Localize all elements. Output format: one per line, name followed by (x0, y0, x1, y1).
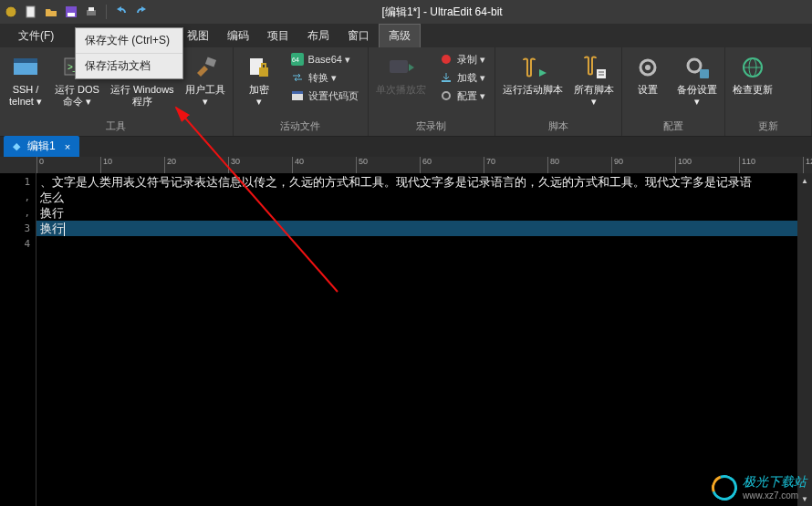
ribbon-group-update: 检查更新 更新 (725, 47, 812, 136)
ruler: 0102030405060708090100110120 (0, 157, 812, 173)
run-active-script-button[interactable]: 运行活动脚本 (497, 49, 568, 96)
new-file-icon[interactable] (24, 5, 38, 19)
b64-icon: 64 (290, 52, 305, 67)
svg-rect-26 (597, 69, 606, 78)
macroplay-icon (386, 53, 415, 82)
modified-indicator-icon: ◆ (13, 140, 20, 152)
app-logo-icon (4, 5, 18, 19)
svg-marker-21 (409, 64, 414, 71)
backup-icon (682, 53, 712, 82)
ruler-tick: 120 (803, 157, 812, 173)
ruler-tick: 50 (356, 157, 368, 173)
svg-rect-3 (68, 13, 75, 16)
load-icon (439, 70, 453, 85)
svg-point-30 (645, 65, 651, 70)
config-macro-button[interactable]: 配置 ▾ (437, 88, 487, 104)
line-number: 3 (0, 221, 30, 236)
ruler-tick: 70 (484, 157, 495, 173)
svg-rect-5 (88, 7, 94, 11)
svg-rect-23 (442, 80, 451, 82)
record-icon (439, 52, 453, 67)
save-dropdown: 保存文件 (Ctrl+S) 保存活动文档 (75, 27, 183, 79)
svg-rect-7 (14, 58, 37, 63)
menu-layout[interactable]: 布局 (298, 25, 338, 47)
convert-button[interactable]: 转换 ▾ (288, 69, 360, 86)
print-icon[interactable] (84, 5, 99, 19)
undo-icon[interactable] (114, 5, 129, 19)
qat-separator (106, 5, 107, 19)
svg-rect-1 (26, 6, 35, 17)
play-macro-once-button[interactable]: 单次播放宏 (370, 49, 432, 96)
svg-rect-20 (390, 60, 408, 73)
save-file-icon[interactable] (64, 5, 78, 19)
line-number-gutter: 1,,34 (0, 173, 36, 506)
text-line[interactable]: 怎么 (36, 190, 797, 205)
document-tab[interactable]: ◆ 编辑1 × (4, 136, 79, 157)
ruler-tick: 20 (164, 157, 176, 173)
menu-view[interactable]: 视图 (178, 25, 218, 47)
watermark-brand: 极光下载站 (743, 474, 807, 489)
ruler-tick: 10 (100, 157, 112, 173)
document-tabs: ◆ 编辑1 × (0, 137, 812, 157)
menu-encoding[interactable]: 编码 (218, 25, 258, 47)
base64-button[interactable]: 64Base64 ▾ (288, 51, 360, 67)
vertical-scrollbar[interactable]: ▲ ▼ (797, 173, 812, 506)
text-cursor (64, 222, 65, 236)
svg-rect-15 (262, 64, 265, 68)
menu-advanced[interactable]: 高级 (379, 24, 421, 47)
backup-settings-button[interactable]: 备份设置 ▾ (671, 49, 723, 108)
ruler-tick: 90 (611, 157, 623, 173)
line-number: , (0, 190, 30, 205)
svg-point-31 (688, 59, 701, 72)
open-file-icon[interactable] (44, 5, 58, 19)
user-tools-button[interactable]: 用户工具 ▾ (180, 49, 231, 108)
ruler-tick: 0 (36, 157, 44, 173)
redo-icon[interactable] (134, 5, 149, 19)
hammer-icon (191, 53, 220, 82)
text-area[interactable]: 、文字是人类用表义符号记录表达信息以传之，久远的方式和工具。现代文字多是记录语言… (36, 173, 797, 506)
menu-window[interactable]: 窗口 (338, 25, 379, 47)
svg-marker-25 (539, 69, 547, 77)
tab-label: 编辑1 (27, 139, 56, 154)
svg-text:64: 64 (292, 57, 299, 63)
line-number: , (0, 205, 30, 221)
ribbon-group-macro: 单次播放宏 录制 ▾ 加载 ▾ 配置 ▾ 宏录制 (369, 47, 495, 136)
ribbon-group-config: 设置 备份设置 ▾ 配置 (622, 47, 725, 136)
set-codepage-button[interactable]: 设置代码页 (288, 88, 360, 104)
all-scripts-button[interactable]: 所有脚本 ▾ (568, 49, 619, 108)
text-line[interactable]: 换行 (36, 205, 797, 221)
scroll-up-icon[interactable]: ▲ (797, 173, 812, 188)
encrypt-button[interactable]: 加密 ▾ (235, 49, 283, 108)
terminal-icon (11, 53, 40, 82)
load-macro-button[interactable]: 加载 ▾ (437, 69, 487, 86)
dropdown-save-file[interactable]: 保存文件 (Ctrl+S) (76, 28, 182, 54)
ruler-tick: 80 (547, 157, 559, 173)
svg-point-22 (442, 55, 451, 64)
svg-point-0 (5, 6, 16, 17)
watermark-logo-icon (707, 470, 741, 504)
script-play-icon (518, 53, 547, 82)
ssh-telnet-button[interactable]: SSH / telnet ▾ (2, 49, 49, 108)
gear-sm-icon (439, 88, 453, 103)
text-line[interactable]: 换行 (36, 221, 797, 236)
menu-project[interactable]: 项目 (258, 25, 298, 47)
scripts-icon (579, 53, 609, 82)
ribbon-group-tools-title: 工具 (2, 118, 231, 136)
ruler-tick: 110 (739, 157, 755, 173)
menu-file[interactable]: 文件(F) (9, 25, 63, 47)
text-line[interactable]: 、文字是人类用表义符号记录表达信息以传之，久远的方式和工具。现代文字多是记录语言… (36, 174, 797, 190)
gear-icon (633, 53, 662, 82)
check-update-button[interactable]: 检查更新 (727, 49, 778, 96)
dropdown-save-active-doc[interactable]: 保存活动文档 (76, 54, 182, 78)
close-tab-icon[interactable]: × (63, 141, 72, 152)
ribbon-group-macro-title: 宏录制 (370, 118, 493, 136)
svg-rect-19 (292, 91, 303, 94)
lock-icon (245, 53, 274, 82)
record-macro-button[interactable]: 录制 ▾ (437, 51, 487, 67)
ruler-tick: 40 (292, 157, 304, 173)
line-number: 4 (0, 236, 30, 252)
svg-rect-32 (700, 69, 709, 78)
editor: 1,,34 、文字是人类用表义符号记录表达信息以传之，久远的方式和工具。现代文字… (0, 173, 812, 506)
settings-button[interactable]: 设置 (624, 49, 671, 96)
ruler-tick: 30 (228, 157, 240, 173)
